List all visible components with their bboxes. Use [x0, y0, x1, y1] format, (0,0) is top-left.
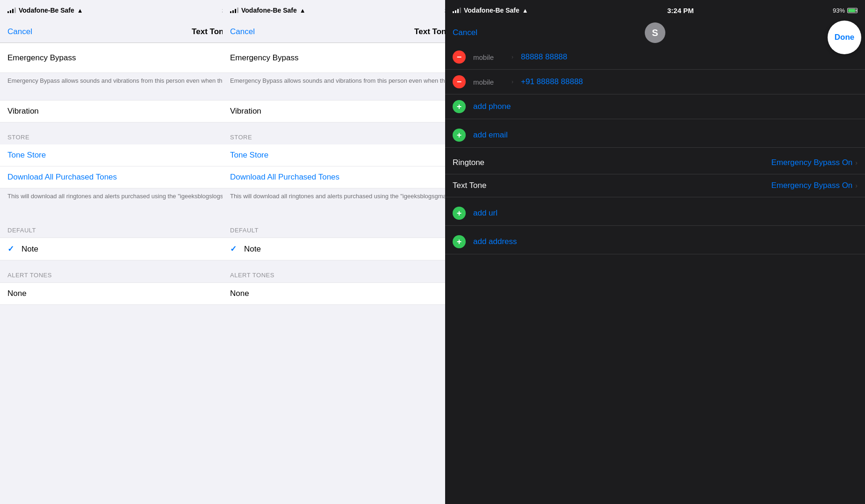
nav-bar-panel1: Cancel Text Tone Done: [0, 21, 223, 43]
add-address-icon[interactable]: +: [453, 235, 466, 248]
note-label-panel2: Note: [244, 245, 261, 254]
avatar-panel3: S: [645, 22, 665, 43]
download-tones-label-panel1: Download All Purchased Tones: [7, 173, 117, 182]
note-row-panel1[interactable]: ✓ Note: [0, 238, 223, 260]
carrier-text-panel1: Vodafone-Be Safe: [19, 7, 74, 14]
download-tones-item-panel1[interactable]: Download All Purchased Tones: [0, 166, 223, 188]
time-panel3: 3:24 PM: [667, 7, 694, 14]
phone-number-1[interactable]: 88888 88888: [521, 52, 858, 62]
add-email-label: add email: [473, 130, 508, 140]
vibration-row-panel1[interactable]: Vibration Default ›: [0, 100, 223, 122]
add-email-row[interactable]: + add email: [445, 123, 865, 148]
none-row-panel1[interactable]: None: [0, 282, 223, 305]
vibration-label-panel2: Vibration: [230, 107, 261, 116]
done-circle-panel3[interactable]: Done: [828, 21, 861, 54]
add-url-icon[interactable]: +: [453, 207, 466, 220]
vibration-row-panel2[interactable]: Vibration Default ›: [223, 100, 445, 122]
text-tone-chevron: ›: [855, 182, 858, 189]
default-header-panel1: DEFAULT: [0, 216, 223, 238]
download-tones-item-panel2[interactable]: Download All Purchased Tones: [223, 166, 445, 188]
carrier-area-panel1: Vodafone-Be Safe ▲: [7, 7, 83, 14]
text-tone-row[interactable]: Text Tone Emergency Bypass On ›: [445, 174, 865, 197]
alert-tones-header-panel1: ALERT TONES: [0, 260, 223, 282]
add-address-label: add address: [473, 237, 517, 246]
alert-tones-header-panel2: ALERT TONES: [223, 260, 445, 282]
ringtone-chevron: ›: [855, 159, 858, 166]
default-section-panel1: DEFAULT ✓ Note: [0, 216, 223, 260]
bypass-label-panel2: Emergency Bypass: [230, 53, 298, 63]
checkmark-panel1: ✓: [7, 244, 14, 254]
add-url-label: add url: [473, 209, 497, 218]
ringtone-label: Ringtone: [453, 158, 484, 167]
nav-title-panel1: Text Tone: [192, 27, 223, 36]
signal-icon-panel3: [453, 7, 461, 13]
download-desc-panel2: This will download all ringtones and ale…: [223, 188, 445, 208]
text-tone-value-text: Emergency Bypass On: [771, 181, 852, 190]
store-header-panel1: STORE: [0, 122, 223, 144]
none-label-panel2: None: [230, 289, 249, 298]
status-bar-panel3: Vodafone-Be Safe ▲ 3:24 PM 93%: [445, 0, 865, 21]
add-phone-icon[interactable]: +: [453, 100, 466, 113]
default-section-panel2: DEFAULT ✓ Note: [223, 216, 445, 260]
cancel-button-panel1[interactable]: Cancel: [7, 27, 32, 36]
tone-store-item-panel2[interactable]: Tone Store: [223, 144, 445, 166]
wifi-icon-panel1: ▲: [77, 7, 83, 14]
wifi-icon-panel3: ▲: [522, 7, 528, 14]
note-label-panel1: Note: [22, 245, 38, 254]
carrier-text-panel3: Vodafone-Be Safe: [464, 7, 519, 14]
carrier-area-panel3: Vodafone-Be Safe ▲: [453, 7, 528, 14]
nav-title-panel2: Text Tone: [414, 27, 445, 36]
battery-area-panel3: 93%: [833, 7, 858, 14]
add-address-row[interactable]: + add address: [445, 230, 865, 254]
phone-row-2[interactable]: − mobile › +91 88888 88888: [445, 70, 865, 94]
content-panel3: − mobile › 88888 88888 − mobile › +91 88…: [445, 45, 865, 254]
emergency-bypass-row-panel2: Emergency Bypass: [223, 43, 445, 73]
wifi-icon-panel2: ▲: [300, 7, 306, 14]
note-row-panel2[interactable]: ✓ Note: [223, 238, 445, 260]
phone-row-1[interactable]: − mobile › 88888 88888: [445, 45, 865, 70]
text-tone-value-area: Emergency Bypass On ›: [771, 181, 858, 190]
nav-bar-panel3: Cancel S Done: [445, 21, 865, 45]
carrier-area-panel2: Vodafone-Be Safe ▲: [230, 7, 306, 14]
phone-type-chevron-2: ›: [512, 79, 513, 85]
content-panel2: Emergency Bypass Emergency Bypass allows…: [223, 43, 445, 504]
tone-store-label-panel2: Tone Store: [230, 151, 268, 160]
text-tone-label: Text Tone: [453, 181, 486, 190]
tone-store-label-panel1: Tone Store: [7, 151, 46, 160]
ringtone-value-text: Emergency Bypass On: [771, 158, 852, 167]
phone-number-2[interactable]: +91 88888 88888: [521, 77, 858, 86]
ringtone-value-area: Emergency Bypass On ›: [771, 158, 858, 167]
ringtone-row[interactable]: Ringtone Emergency Bypass On ›: [445, 151, 865, 174]
store-header-panel2: STORE: [223, 122, 445, 144]
remove-phone-1-icon[interactable]: −: [453, 50, 466, 64]
bypass-desc-panel1: Emergency Bypass allows sounds and vibra…: [0, 73, 223, 93]
signal-icon-panel2: [230, 7, 238, 13]
add-phone-row[interactable]: + add phone: [445, 94, 865, 119]
signal-icon-panel1: [7, 7, 16, 13]
vibration-label-panel1: Vibration: [7, 107, 39, 116]
bypass-label-panel1: Emergency Bypass: [7, 53, 76, 63]
status-bar-panel1: Vodafone-Be Safe ▲ 3:24 PM 93%: [0, 0, 223, 21]
cancel-button-panel2[interactable]: Cancel: [230, 27, 255, 36]
default-header-panel2: DEFAULT: [223, 216, 445, 238]
phone-type-1: mobile: [473, 53, 506, 61]
remove-phone-2-icon[interactable]: −: [453, 75, 466, 88]
add-phone-label: add phone: [473, 102, 511, 111]
nav-bar-panel2: Cancel Text Tone Done: [223, 21, 445, 43]
none-row-panel2[interactable]: None: [223, 282, 445, 305]
checkmark-panel2: ✓: [230, 244, 237, 254]
tone-store-item-panel1[interactable]: Tone Store: [0, 144, 223, 166]
content-panel1: Emergency Bypass Emergency Bypass allows…: [0, 43, 223, 504]
none-label-panel1: None: [7, 289, 27, 298]
cancel-button-panel3[interactable]: Cancel: [453, 28, 477, 37]
battery-icon-panel3: [847, 8, 858, 13]
bypass-desc-panel2: Emergency Bypass allows sounds and vibra…: [223, 73, 445, 93]
status-bar-panel2: Vodafone-Be Safe ▲ 3:24 PM 93%: [223, 0, 445, 21]
download-desc-panel1: This will download all ringtones and ale…: [0, 188, 223, 208]
phone-type-chevron-1: ›: [512, 54, 513, 60]
emergency-bypass-row-panel1: Emergency Bypass: [0, 43, 223, 73]
add-url-row[interactable]: + add url: [445, 201, 865, 226]
phone-type-2: mobile: [473, 78, 506, 86]
carrier-text-panel2: Vodafone-Be Safe: [241, 7, 297, 14]
add-email-icon[interactable]: +: [453, 129, 466, 142]
